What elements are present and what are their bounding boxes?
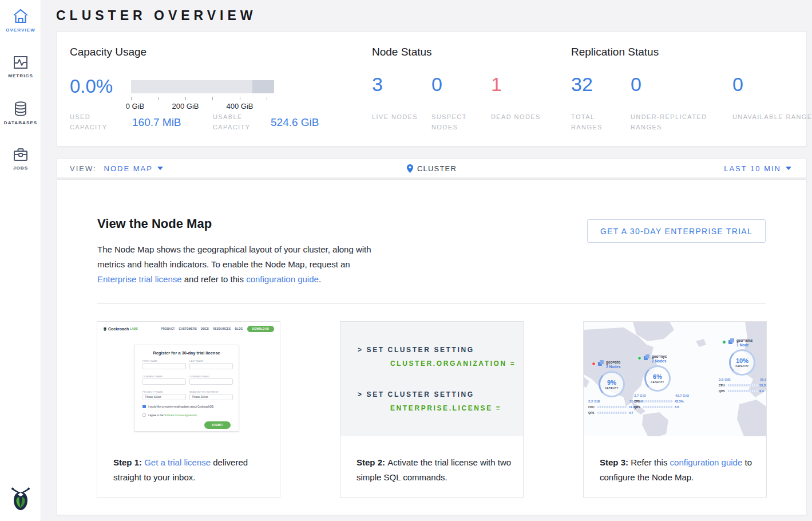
submit-button: SUBMIT (204, 421, 231, 429)
node-map-description-line1: The Node Map shows the geographical layo… (97, 244, 371, 254)
step3-caption: Step 3: Refer this configuration guide t… (600, 455, 755, 485)
configuration-guide-link[interactable]: configuration guide (246, 274, 319, 284)
divider (97, 303, 766, 304)
enterprise-trial-license-link[interactable]: Enterprise trial license (97, 274, 182, 284)
total-ranges-label: TOTAL RANGES (571, 112, 624, 132)
usable-capacity-label: USABLE CAPACITY (213, 112, 266, 132)
dead-nodes-value: 1 (491, 73, 502, 96)
trial-signup-screenshot: Cockroach LABS PRODUCT CUSTOMERS DOCS RE… (97, 322, 280, 439)
roach-icon (103, 326, 107, 331)
email-updates-checkbox-row: I would like to receive email updates ab… (142, 405, 214, 408)
gauge-tick-label: 200 GiB (172, 102, 199, 110)
step1-card: Cockroach LABS PRODUCT CUSTOMERS DOCS RE… (97, 321, 280, 498)
nodes-cube-icon (728, 338, 735, 345)
sidebar-item-label: OVERVIEW (0, 27, 41, 33)
node-map-panel: View the Node Map The Node Map shows the… (57, 179, 807, 515)
status-dot-live (637, 356, 641, 360)
view-bar: VIEW: NODE MAP CLUSTER LAST 10 MIN (57, 159, 807, 178)
dead-nodes-label: DEAD NODES (491, 112, 544, 122)
usable-capacity-value: 524.6 GiB (271, 116, 319, 129)
used-capacity-label: USED CAPACITY (70, 112, 122, 132)
sidebar-item-overview[interactable]: OVERVIEW (0, 8, 41, 33)
map-pin-icon (407, 164, 413, 173)
cpu-bar (597, 406, 627, 408)
under-replicated-value: 0 (631, 73, 641, 96)
qps-bar (728, 390, 758, 392)
cluster-summary-panel: Capacity Usage 0.0% 0 GiB 200 GiB 400 Gi… (57, 31, 807, 147)
under-replicated-label: UNDER-REPLICATED RANGES (631, 112, 725, 132)
sidebar-item-jobs[interactable]: JOBS (0, 147, 41, 171)
form-title: Register for a 30-day trial license (134, 350, 239, 356)
cockroach-labs-logo: Cockroach LABS (103, 326, 138, 331)
replication-status-title: Replication Status (571, 46, 659, 58)
gauge-tick-label: 0 GiB (126, 102, 145, 110)
node-map-description-line2: metrics and health indicators. To enable… (97, 259, 350, 269)
checkbox-icon (142, 413, 146, 417)
license-agreement-checkbox-row: I agree to the Software License Agreemen… (142, 413, 198, 417)
project-phase-select: Please Select (142, 394, 186, 400)
capacity-usage-title: Capacity Usage (70, 46, 146, 58)
unavailable-ranges-label: UNAVAILABLE RANGES (732, 112, 812, 122)
metrics-icon (13, 55, 29, 70)
cockroach-logo-icon (10, 485, 31, 511)
sql-code-block: > SET CLUSTER SETTING CLUSTER.ORGANIZATI… (340, 322, 523, 436)
databases-icon (13, 101, 28, 117)
step1-caption: Step 1: Get a trial license delivered st… (113, 455, 269, 485)
capacity-ring: 10% CAPACITY (729, 349, 755, 376)
configuration-guide-link[interactable]: configuration guide (670, 457, 743, 467)
last-name-field (189, 363, 233, 369)
page-title: CLUSTER OVERVIEW (56, 8, 257, 23)
step2-card: > SET CLUSTER SETTING CLUSTER.ORGANIZATI… (340, 321, 524, 498)
qps-bar (643, 406, 673, 408)
capacity-gauge-reserved-segment (252, 80, 274, 93)
step3-card: geo=sfo 2 Nodes 9% CAPACITY 3.2 GiB 35.1… (583, 321, 767, 498)
mini-site-header: Cockroach LABS PRODUCT CUSTOMERS DOCS RE… (97, 322, 280, 336)
sidebar-item-label: DATABASES (0, 120, 41, 125)
node-map-preview: geo=sfo 2 Nodes 9% CAPACITY 3.2 GiB 35.1… (584, 322, 766, 436)
locality-nyc: geo=nyc 2 Nodes 6% CAPACITY 3.7 GiB 43.7… (634, 354, 689, 417)
chevron-down-icon[interactable] (786, 167, 791, 170)
capacity-percent: 0.0% (70, 76, 113, 97)
status-dot-dead (592, 362, 596, 366)
nodes-cube-icon (597, 360, 604, 366)
mini-site-nav: PRODUCT CUSTOMERS DOCS RESOURCES BLOG DO… (161, 326, 274, 332)
unavailable-ranges-value: 0 (732, 73, 743, 96)
suspect-nodes-label: SUSPECT NODES (431, 112, 484, 132)
qps-bar (597, 412, 627, 414)
capacity-ring: 6% CAPACITY (644, 365, 671, 392)
software-license-link: Software License Agreement. (164, 414, 198, 417)
first-name-field (142, 363, 186, 369)
company-name-field (142, 378, 186, 385)
download-button: DOWNLOAD (247, 326, 274, 332)
enterprise-trial-button[interactable]: GET A 30-DAY ENTERPRISE TRIAL (587, 219, 766, 243)
step2-caption: Step 2: Activate the trial license with … (357, 455, 512, 485)
status-dot-live (722, 340, 726, 344)
node-status-title: Node Status (372, 46, 432, 58)
capacity-ring: 9% CAPACITY (599, 371, 625, 397)
live-nodes-label: LIVE NODES (372, 112, 425, 122)
sidebar-item-metrics[interactable]: METRICS (0, 55, 41, 78)
sidebar: OVERVIEW METRICS DATABASES JOBS (0, 0, 41, 521)
cpu-bar (643, 400, 673, 402)
cluster-breadcrumb: CLUSTER (417, 164, 457, 173)
locality-ams: geo=ams 1 Node 10% CAPACITY 3.6 GiB 36.6… (719, 338, 766, 401)
suspect-nodes-value: 0 (431, 73, 442, 96)
sidebar-item-label: JOBS (0, 165, 41, 171)
checkbox-checked-icon (142, 405, 146, 408)
get-trial-license-link[interactable]: Get a trial license (144, 457, 211, 467)
company-email-field (189, 378, 233, 385)
trial-license-form: Register for a 30-day trial license FIRS… (134, 345, 239, 432)
reason-select: Please Select (189, 394, 233, 400)
node-map-description-line3: Enterprise trial license and refer to th… (97, 274, 321, 284)
capacity-gauge (131, 80, 274, 93)
sidebar-item-label: METRICS (0, 73, 41, 78)
cpu-bar (728, 384, 758, 386)
gauge-tick-label: 400 GiB (227, 102, 253, 110)
live-nodes-value: 3 (372, 73, 383, 96)
node-map-heading: View the Node Map (97, 216, 212, 231)
time-range-selector[interactable]: LAST 10 MIN (724, 164, 781, 173)
used-capacity-value: 160.7 MiB (132, 116, 181, 129)
home-icon (12, 8, 29, 24)
total-ranges-value: 32 (571, 73, 593, 96)
sidebar-item-databases[interactable]: DATABASES (0, 101, 41, 125)
